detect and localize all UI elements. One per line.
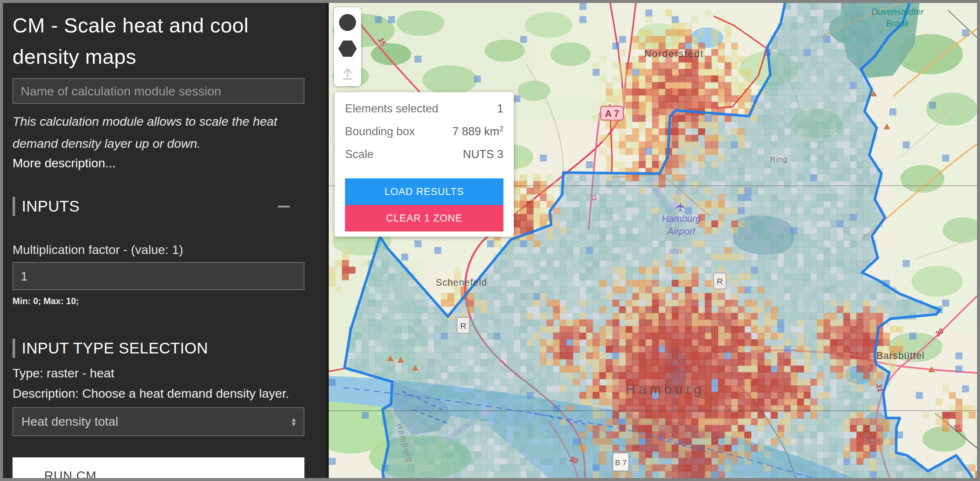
input-type-section-title: INPUT TYPE SELECTION xyxy=(22,339,208,357)
label-barsbuettel: Barsbüttel xyxy=(877,350,925,361)
upload-selection-tool[interactable] xyxy=(339,65,356,82)
scale-value: NUTS 3 xyxy=(463,147,503,161)
label-schenefeld: Schenefeld xyxy=(436,277,487,287)
inputs-section-title: INPUTS xyxy=(22,197,80,215)
a7-motorway-badge: A 7 xyxy=(601,106,624,120)
layer-select-value: Heat density total xyxy=(21,414,118,428)
basemap-svg: Norderstedt Hamburg ✈ Hamburg Airport sh… xyxy=(329,3,977,478)
clear-zone-button[interactable]: CLEAR 1 ZONE xyxy=(345,205,503,231)
map-canvas[interactable]: Norderstedt Hamburg ✈ Hamburg Airport sh… xyxy=(329,3,977,478)
factor-min-max-hint: Min: 0; Max: 10; xyxy=(13,296,326,306)
label-ring: Ring xyxy=(770,155,788,163)
label-brook-1: Duvenstedter xyxy=(871,6,924,17)
r-badge-text-2: R xyxy=(717,276,723,286)
label-ref-3: 3 xyxy=(869,363,873,371)
load-results-button[interactable]: LOAD RESULTS xyxy=(345,178,503,205)
r-badge-text: R xyxy=(460,321,466,331)
more-description-link[interactable]: More description... xyxy=(13,156,326,170)
run-cm-button[interactable]: RUN CM xyxy=(13,457,304,478)
scale-label: Scale xyxy=(345,148,374,161)
map-draw-controls xyxy=(334,7,361,86)
input-type-description: Description: Choose a heat demand densit… xyxy=(13,383,309,404)
elements-selected-value: 1 xyxy=(497,102,503,115)
label-hamburg-city: Hamburg xyxy=(626,382,705,397)
b-badge-text: B 7 xyxy=(615,458,627,467)
elements-selected-row: Elements selected 1 xyxy=(345,102,503,124)
multiplication-factor-label: Multiplication factor - (value: 1) xyxy=(13,242,326,257)
bounding-box-value: 7 889 km2 xyxy=(452,124,503,138)
hexagon-select-tool[interactable] xyxy=(338,41,357,57)
label-norderstedt: Norderstedt xyxy=(644,48,704,59)
label-airport-1: Hamburg xyxy=(662,213,701,224)
bounding-box-row: Bounding box 7 889 km2 xyxy=(345,124,503,147)
circle-select-tool[interactable] xyxy=(339,14,356,31)
select-arrows-icon: ▴▾ xyxy=(292,417,296,426)
multiplication-factor-input[interactable] xyxy=(13,262,304,290)
app-window: CM - Scale heat and cool density maps Th… xyxy=(0,0,980,481)
elements-selected-label: Elements selected xyxy=(345,102,438,115)
selection-info-panel: Elements selected 1 Bounding box 7 889 k… xyxy=(335,92,514,237)
session-name-input[interactable] xyxy=(13,78,304,104)
label-airport-2: Airport xyxy=(667,226,696,236)
rest-area-badge: R xyxy=(714,273,726,289)
inputs-section-header: INPUTS xyxy=(13,197,307,216)
rest-area-badge: R xyxy=(457,317,469,334)
label-brook-2: Brook xyxy=(886,18,909,29)
bounding-box-label: Bounding box xyxy=(345,125,415,138)
input-type-section-header: INPUT TYPE SELECTION xyxy=(13,339,307,358)
layer-select[interactable]: Heat density total ▴▾ xyxy=(13,407,304,436)
section-accent-bar xyxy=(13,197,15,216)
page-title: CM - Scale heat and cool density maps xyxy=(13,10,293,72)
b-road-badge: B 7 xyxy=(613,452,629,471)
collapse-minus-icon[interactable] xyxy=(278,205,290,207)
label-airport-partial: shn. xyxy=(668,246,684,255)
section-accent-bar xyxy=(13,339,15,358)
scale-row: Scale NUTS 3 xyxy=(345,147,503,170)
airplane-icon: ✈ xyxy=(673,201,687,212)
module-description: This calculation module allows to scale … xyxy=(13,111,305,154)
a7-badge-text: A 7 xyxy=(605,109,619,119)
input-type-line: Type: raster - heat xyxy=(13,363,326,383)
calculation-module-sidebar: CM - Scale heat and cool density maps Th… xyxy=(3,3,329,478)
